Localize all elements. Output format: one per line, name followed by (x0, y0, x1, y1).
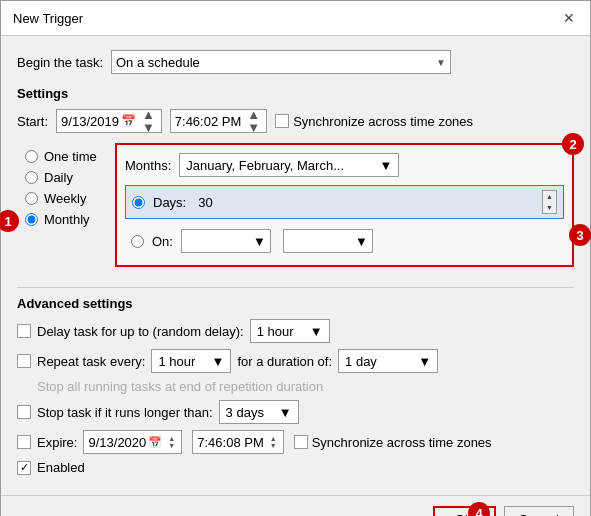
close-button[interactable]: ✕ (560, 9, 578, 27)
radio-weekly[interactable]: Weekly (25, 191, 105, 206)
start-date-spin[interactable]: ▲ ▼ (140, 108, 157, 134)
duration-label: for a duration of: (237, 354, 332, 369)
days-input[interactable] (194, 192, 534, 212)
expire-date-spin[interactable]: ▲ ▼ (166, 435, 177, 449)
duration-arrow-icon: ▼ (418, 354, 431, 369)
on-combo-2-arrow-icon: ▼ (355, 234, 368, 249)
expire-sync-label: Synchronize across time zones (312, 435, 492, 450)
stop-longer-arrow-icon: ▼ (279, 405, 292, 420)
duration-combo[interactable]: 1 day ▼ (338, 349, 438, 373)
stop-longer-checkbox[interactable] (17, 405, 31, 419)
days-label: Days: (153, 195, 186, 210)
days-radio[interactable] (132, 196, 145, 209)
on-combo-2[interactable]: ▼ (283, 229, 373, 253)
schedule-layout: One time Daily Weekly Monthly (17, 143, 574, 277)
annotation-3: 3 (569, 224, 591, 246)
start-date-field[interactable]: 9/13/2019 📅 ▲ ▼ (56, 109, 162, 133)
radio-monthly-input[interactable] (25, 213, 38, 226)
repeat-label: Repeat task every: (37, 354, 145, 369)
expire-time-field[interactable]: 7:46:08 PM ▲ ▼ (192, 430, 283, 454)
cancel-button[interactable]: Cancel (504, 506, 574, 516)
stop-longer-label: Stop task if it runs longer than: (37, 405, 213, 420)
months-arrow-icon: ▼ (379, 158, 392, 173)
sync-checkbox-row: Synchronize across time zones (275, 114, 473, 129)
expire-sync-row: Synchronize across time zones (294, 435, 492, 450)
duration-value: 1 day (345, 354, 377, 369)
delay-combo[interactable]: 1 hour ▼ (250, 319, 330, 343)
dialog-content: Begin the task: On a schedule ▼ Settings… (1, 36, 590, 495)
start-time-spin[interactable]: ▲ ▼ (245, 108, 262, 134)
bottom-row: 4 OK Cancel (1, 495, 590, 516)
expire-time-spin[interactable]: ▲ ▼ (268, 435, 279, 449)
delay-value: 1 hour (257, 324, 294, 339)
enabled-label: Enabled (37, 460, 85, 475)
sync-label: Synchronize across time zones (293, 114, 473, 129)
begin-task-label: Begin the task: (17, 55, 103, 70)
radio-monthly-label: Monthly (44, 212, 90, 227)
expire-calendar-icon[interactable]: 📅 (148, 436, 162, 449)
expire-checkbox[interactable] (17, 435, 31, 449)
on-combo-1-arrow-icon: ▼ (253, 234, 266, 249)
repeat-checkbox[interactable] (17, 354, 31, 368)
expire-label: Expire: (37, 435, 77, 450)
days-row: Days: ▲ ▼ 3 (125, 185, 564, 219)
annotation-1: 1 (0, 210, 19, 232)
delay-arrow-icon: ▼ (310, 324, 323, 339)
days-spin-down[interactable]: ▼ (543, 202, 556, 213)
months-label: Months: (125, 158, 171, 173)
title-bar: New Trigger ✕ (1, 1, 590, 36)
start-label: Start: (17, 114, 48, 129)
repeat-row: Repeat task every: 1 hour ▼ for a durati… (17, 349, 574, 373)
on-combo-1[interactable]: ▼ (181, 229, 271, 253)
delay-checkbox[interactable] (17, 324, 31, 338)
new-trigger-dialog: New Trigger ✕ Begin the task: On a sched… (0, 0, 591, 516)
on-label: On: (152, 234, 173, 249)
days-spin-up[interactable]: ▲ (543, 191, 556, 202)
start-time-field[interactable]: 7:46:02 PM ▲ ▼ (170, 109, 267, 133)
advanced-section: Advanced settings Delay task for up to (… (17, 296, 574, 475)
delay-label: Delay task for up to (random delay): (37, 324, 244, 339)
begin-task-arrow-icon: ▼ (436, 57, 446, 68)
calendar-icon[interactable]: 📅 (121, 114, 136, 128)
expire-date-field[interactable]: 9/13/2020 📅 ▲ ▼ (83, 430, 182, 454)
dialog-title: New Trigger (13, 11, 83, 26)
expire-spin-up-icon[interactable]: ▲ (166, 435, 177, 442)
time-spin-down-icon[interactable]: ▼ (245, 121, 262, 134)
expire-time-spin-up-icon[interactable]: ▲ (268, 435, 279, 442)
radio-weekly-label: Weekly (44, 191, 86, 206)
enabled-checkbox[interactable] (17, 461, 31, 475)
radio-one-time-input[interactable] (25, 150, 38, 163)
radio-daily-input[interactable] (25, 171, 38, 184)
sync-checkbox[interactable] (275, 114, 289, 128)
months-combo[interactable]: January, February, March... ▼ (179, 153, 399, 177)
radio-options: One time Daily Weekly Monthly (25, 149, 105, 227)
radio-one-time[interactable]: One time (25, 149, 105, 164)
on-radio[interactable] (131, 235, 144, 248)
expire-spin-down-icon[interactable]: ▼ (166, 442, 177, 449)
advanced-label: Advanced settings (17, 296, 574, 311)
start-time-value: 7:46:02 PM (175, 114, 242, 129)
stop-longer-value: 3 days (226, 405, 264, 420)
annotation-4: 4 (468, 502, 490, 516)
divider (17, 287, 574, 288)
stop-longer-combo[interactable]: 3 days ▼ (219, 400, 299, 424)
spin-down-icon[interactable]: ▼ (140, 121, 157, 134)
repeat-combo[interactable]: 1 hour ▼ (151, 349, 231, 373)
stop-longer-row: Stop task if it runs longer than: 3 days… (17, 400, 574, 424)
expire-sync-checkbox[interactable] (294, 435, 308, 449)
radio-monthly[interactable]: Monthly 1 (25, 212, 105, 227)
expire-time-spin-down-icon[interactable]: ▼ (268, 442, 279, 449)
settings-section: Settings Start: 9/13/2019 📅 ▲ ▼ 7:46:02 … (17, 86, 574, 277)
months-value: January, February, March... (186, 158, 344, 173)
monthly-box: 2 Months: January, February, March... ▼ … (115, 143, 574, 267)
radio-weekly-input[interactable] (25, 192, 38, 205)
start-row: Start: 9/13/2019 📅 ▲ ▼ 7:46:02 PM ▲ ▼ (17, 109, 574, 133)
stop-running-label: Stop all running tasks at end of repetit… (37, 379, 323, 394)
expire-time-value: 7:46:08 PM (197, 435, 264, 450)
days-spin[interactable]: ▲ ▼ (542, 190, 557, 214)
delay-row: Delay task for up to (random delay): 1 h… (17, 319, 574, 343)
begin-task-combo[interactable]: On a schedule ▼ (111, 50, 451, 74)
settings-label: Settings (17, 86, 574, 101)
radio-daily[interactable]: Daily (25, 170, 105, 185)
begin-task-row: Begin the task: On a schedule ▼ (17, 50, 574, 74)
